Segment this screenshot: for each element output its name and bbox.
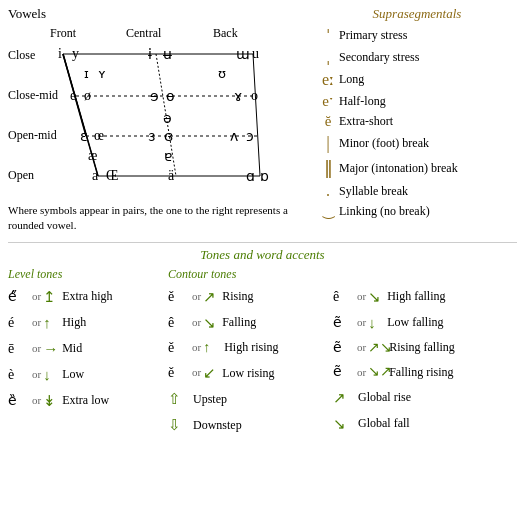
level-tones-col: Level tones é̋ or ↥ Extra high é or ↑ Hi… (8, 267, 158, 439)
supra-row-long: eː Long (317, 70, 517, 89)
supra-linking-label: Linking (no break) (339, 204, 430, 219)
tone-highfalling-arrow: ↘ (368, 285, 384, 309)
vowel-i: i (58, 46, 62, 62)
vowel-Y: ʏ (98, 66, 106, 82)
tone-risingfalling-arrow: ↗↘ (368, 337, 386, 359)
tone-row-fallingrising: ẽ or ↘↗ Falling rising (333, 361, 517, 383)
tone-low-sym: è (8, 364, 30, 386)
tone-row-low: è or ↓ Low (8, 363, 158, 387)
vowel-y: y (72, 46, 79, 62)
tone-mid-label: Mid (62, 339, 82, 358)
vowel-turned-script-a: ɒ (260, 168, 269, 185)
tone-row-mid: ē or → Mid (8, 337, 158, 361)
supra-row-linking: ‿ Linking (no break) (317, 203, 517, 220)
svg-line-5 (253, 54, 260, 176)
tone-row-falling: ê or ↘ Falling (168, 311, 323, 335)
vowel-i-central: ɨ (148, 46, 152, 63)
tone-falling-arrow: ↘ (203, 311, 219, 335)
vowel-I: ɪ (84, 66, 89, 82)
vowel-oslash: ø (84, 88, 91, 104)
vowel-e-central: ɘ (150, 88, 159, 105)
vowel-o-bar: ɵ (166, 88, 175, 105)
tone-fallingrising-arrow: ↘↗ (368, 361, 386, 383)
vowel-oe: œ (94, 128, 104, 144)
supra-row-secondary: ˌ Secondary stress (317, 48, 517, 67)
supra-row-halflong: eˑ Half-long (317, 92, 517, 110)
vowel-u-central: ʉ (163, 46, 172, 63)
contour-left-col: Contour tones ě or ↗ Rising ê or ↘ Falli… (168, 267, 323, 439)
tone-row-risingfalling: ẽ or ↗↘ Rising falling (333, 337, 517, 359)
vowel-w: ɯ (236, 46, 250, 63)
tone-row-lowfalling: ẽ or ↓ Low falling (333, 311, 517, 335)
tone-row-upstep: ⇧ Upstep (168, 387, 323, 411)
tone-risingfalling-sym: ẽ (333, 337, 355, 359)
tone-extralow-sym: ȅ (8, 390, 30, 412)
tone-mid-arrow: → (43, 337, 59, 361)
supra-halflong-symbol: eˑ (317, 92, 339, 110)
supra-secondary-symbol: ˌ (317, 48, 339, 67)
vowel-script-a: ɑ (246, 168, 255, 185)
supra-linking-symbol: ‿ (317, 203, 339, 220)
vowel-a: a (92, 168, 98, 184)
supra-long-symbol: eː (317, 70, 339, 89)
vowel-wedge: ʌ (230, 128, 238, 145)
supra-syllable-label: Syllable break (339, 184, 408, 199)
vowel-a-back: ä (168, 168, 174, 184)
tone-extrahigh-arrow: ↥ (43, 285, 59, 309)
tone-globalrise-arrow: ↗ (333, 386, 355, 410)
tones-title: Tones and word accents (8, 247, 517, 263)
tone-row-downstep: ⇩ Downstep (168, 413, 323, 437)
tone-falling-sym: ê (168, 312, 190, 334)
vowel-g-bar: ɞ (164, 128, 173, 145)
level-tones-subtitle: Level tones (8, 267, 158, 282)
tone-extralow-label: Extra low (62, 391, 109, 410)
tone-globalfall-label: Global fall (358, 414, 410, 433)
supra-minorbreak-symbol: | (317, 133, 339, 154)
tone-highrising-sym: ě (168, 337, 190, 359)
supra-majorbreak-symbol: ‖ (317, 157, 339, 179)
tone-low-arrow: ↓ (43, 363, 59, 387)
supra-row-extrashort: ĕ Extra-short (317, 113, 517, 130)
tone-fallingrising-label: Falling rising (389, 363, 453, 382)
tone-extralow-arrow: ↡ (43, 389, 59, 413)
supra-minorbreak-label: Minor (foot) break (339, 136, 429, 151)
tone-highrising-arrow: ↑ (203, 337, 221, 359)
vowel-epsilon: ɛ (80, 128, 88, 145)
tone-downstep-label: Downstep (193, 416, 242, 435)
supra-primary-symbol: ˈ (317, 26, 339, 45)
contour-tones-subtitle: Contour tones (168, 267, 323, 282)
contour-right-col: ê or ↘ High falling ẽ or ↓ Low falling ẽ… (333, 267, 517, 439)
tone-upstep-arrow: ⇧ (168, 387, 190, 411)
tone-row-highfalling: ê or ↘ High falling (333, 285, 517, 309)
tone-rising-sym: ě (168, 286, 190, 308)
vowel-gamma: ɤ (234, 88, 242, 105)
vowel-open-o: ɔ (246, 128, 254, 145)
tones-section: Tones and word accents Level tones é̋ or… (8, 242, 517, 439)
tone-row-highrising: ě or ↑ High rising (168, 337, 323, 359)
suprasegmentals-title: Suprasegmentals (317, 6, 517, 22)
tone-globalfall-arrow: ↘ (333, 412, 355, 436)
tone-row-extralow: ȅ or ↡ Extra low (8, 389, 158, 413)
supra-row-syllable: . Syllable break (317, 182, 517, 200)
supra-syllable-symbol: . (317, 182, 339, 200)
vowel-schwa: ə (163, 110, 172, 127)
tone-extrahigh-sym: é̋ (8, 286, 30, 308)
tone-lowrising-label: Low rising (222, 364, 274, 383)
vowel-o: o (251, 88, 258, 104)
tone-risingfalling-label: Rising falling (389, 338, 455, 357)
supra-primary-label: Primary stress (339, 28, 407, 43)
tone-high-sym: é (8, 312, 30, 334)
supra-row-minorbreak: | Minor (foot) break (317, 133, 517, 154)
tone-globalrise-label: Global rise (358, 388, 411, 407)
vowel-note: Where symbols appear in pairs, the one t… (8, 203, 288, 234)
supra-row-primary: ˈ Primary stress (317, 26, 517, 45)
vowel-chart: Front Central Back Close Close-mid Open-… (8, 26, 288, 201)
tone-extrahigh-label: Extra high (62, 287, 112, 306)
tone-lowrising-sym: ě (168, 362, 190, 384)
vowel-u: u (252, 46, 259, 62)
vowel-OE: Œ (106, 168, 118, 184)
vowel-upsilon: ʊ (218, 66, 226, 82)
tone-falling-label: Falling (222, 313, 256, 332)
tone-mid-sym: ē (8, 338, 30, 360)
tone-highfalling-label: High falling (387, 287, 445, 306)
